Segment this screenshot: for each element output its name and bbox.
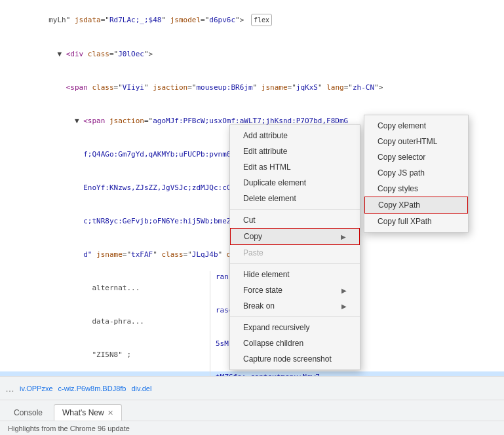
context-menu: Add attribute Edit attribute Edit as HTM… <box>229 124 360 370</box>
submenu-arrow: ▶ <box>341 287 347 294</box>
submenu-arrow: ▶ <box>341 233 346 240</box>
breadcrumb-dots: … <box>5 383 14 394</box>
tab-console-label: Console <box>14 408 43 417</box>
submenu-item-copy-selector[interactable]: Copy selector <box>364 149 468 165</box>
breadcrumb-item-3[interactable]: div.del <box>131 385 151 392</box>
menu-item-delete-element[interactable]: Delete element <box>230 191 360 206</box>
copy-submenu: Copy element Copy outerHTML Copy selecto… <box>364 115 469 233</box>
breadcrumb-bar: … iv.OPPzxe c-wiz.P6w8m.BDJ8fb div.del <box>0 376 504 400</box>
submenu-item-copy-js-path[interactable]: Copy JS path <box>364 165 468 181</box>
submenu-arrow: ▶ <box>341 303 347 310</box>
tab-whats-new[interactable]: What's New ✕ <box>54 404 122 421</box>
breadcrumb-item-2[interactable]: c-wiz.P6w8m.BDJ8fb <box>58 385 126 392</box>
flex-badge: flex <box>251 14 272 26</box>
menu-item-copy[interactable]: Copy ▶ <box>230 228 360 245</box>
menu-item-force-state[interactable]: Force state ▶ <box>230 282 360 298</box>
menu-item-cut[interactable]: Cut <box>230 212 360 228</box>
submenu-item-copy-full-xpath[interactable]: Copy full XPath <box>364 214 468 229</box>
menu-item-edit-attribute[interactable]: Edit attribute <box>230 143 360 159</box>
menu-divider <box>230 316 360 317</box>
tab-console[interactable]: Console <box>5 404 51 421</box>
submenu-item-copy-outerhtml[interactable]: Copy outerHTML <box>364 134 468 149</box>
menu-divider <box>230 263 360 264</box>
submenu-item-copy-element[interactable]: Copy element <box>364 118 468 134</box>
menu-item-collapse-children[interactable]: Collapse children <box>230 335 360 351</box>
menu-item-break-on[interactable]: Break on ▶ <box>230 298 360 314</box>
menu-divider <box>230 209 360 210</box>
code-line-selected: <span... tMZCfe; contextmenu:Nqw7 <box>0 371 504 376</box>
code-line: myLh" jsdata="Rd7LAc;_;$48" jsmodel="d6p… <box>0 3 504 37</box>
menu-item-capture-screenshot[interactable]: Capture node screenshot <box>230 351 360 367</box>
menu-item-paste[interactable]: Paste <box>230 245 360 261</box>
menu-item-expand-recursively[interactable]: Expand recursively <box>230 320 360 335</box>
devtools-panel: myLh" jsdata="Rd7LAc;_;$48" jsmodel="d6p… <box>0 0 504 435</box>
code-area: myLh" jsdata="Rd7LAc;_;$48" jsmodel="d6p… <box>0 0 504 376</box>
tabs-bar: Console What's New ✕ <box>0 400 504 421</box>
submenu-item-copy-xpath[interactable]: Copy XPath <box>364 197 468 214</box>
code-line: ▼ <div class="J0lOec"> <box>0 37 504 71</box>
tab-whats-new-label: What's New <box>62 408 104 417</box>
submenu-item-copy-styles[interactable]: Copy styles <box>364 181 468 197</box>
menu-item-add-attribute[interactable]: Add attribute <box>230 128 360 143</box>
menu-item-hide-element[interactable]: Hide element <box>230 267 360 282</box>
menu-item-edit-as-html[interactable]: Edit as HTML <box>230 159 360 175</box>
breadcrumb-item-1[interactable]: iv.OPPzxe <box>20 385 53 392</box>
close-tab-icon[interactable]: ✕ <box>107 409 113 417</box>
menu-item-duplicate-element[interactable]: Duplicate element <box>230 175 360 191</box>
code-line: <span class="VIiyi" jsaction="mouseup:BR… <box>0 71 504 104</box>
status-bar: Highlights from the Chrome 96 update <box>0 421 504 435</box>
status-text: Highlights from the Chrome 96 update <box>8 425 130 432</box>
